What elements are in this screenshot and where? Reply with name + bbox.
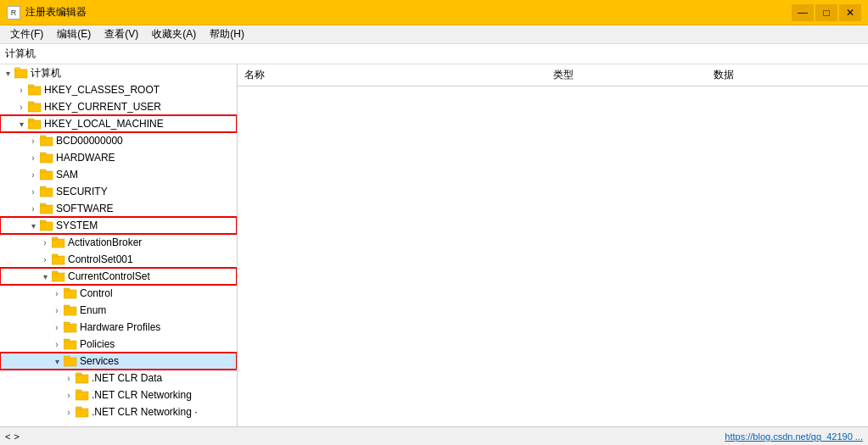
tree-node-enum[interactable]: › Enum xyxy=(0,302,237,319)
expand-net-clr-data[interactable]: › xyxy=(63,372,75,384)
expand-hklm[interactable]: ▾ xyxy=(15,118,27,130)
status-link[interactable]: https://blog.csdn.net/qq_42190 ... xyxy=(725,431,863,442)
svg-rect-2 xyxy=(15,69,26,70)
tree-node-hkcr[interactable]: › HKEY_CLASSES_ROOT xyxy=(0,81,237,98)
tree-node-hardware-profiles[interactable]: › Hardware Profiles xyxy=(0,319,237,336)
expand-computer[interactable]: ▾ xyxy=(2,67,14,79)
svg-rect-15 xyxy=(40,188,53,197)
breadcrumb: 计算机 xyxy=(0,44,868,64)
svg-rect-33 xyxy=(64,341,76,349)
maximize-button[interactable]: □ xyxy=(815,4,837,21)
tree-node-hardware[interactable]: › HARDWARE xyxy=(0,149,237,166)
folder-icon-hkcu xyxy=(28,101,42,113)
tree-label-bcd: BCD00000000 xyxy=(56,135,123,147)
svg-rect-11 xyxy=(40,154,53,163)
tree-node-bcd[interactable]: › BCD00000000 xyxy=(0,132,237,149)
expand-hkcu[interactable]: › xyxy=(15,101,27,113)
svg-rect-21 xyxy=(52,239,64,248)
tree-label-currentcontrolset: CurrentControlSet xyxy=(68,270,150,282)
expand-control[interactable]: › xyxy=(51,287,63,299)
folder-icon-hklm xyxy=(28,118,42,130)
expand-security[interactable]: › xyxy=(27,186,39,197)
tree-node-security[interactable]: › SECURITY xyxy=(0,183,237,200)
tree-node-policies[interactable]: › Policies xyxy=(0,336,237,353)
expand-software[interactable]: › xyxy=(27,203,39,214)
expand-hardware[interactable]: › xyxy=(27,152,39,164)
tree-node-services[interactable]: ▾ Services xyxy=(0,353,237,370)
tree-node-system[interactable]: ▾ SYSTEM xyxy=(0,217,237,234)
menu-file[interactable]: 文件(F) xyxy=(3,25,50,43)
expand-services[interactable]: ▾ xyxy=(51,355,63,367)
main-area: ▾ 计算机 › HKEY_CLASSES_ROOT › HKEY_CURRENT… xyxy=(0,64,868,426)
folder-icon-computer xyxy=(14,67,28,79)
tree-label-enum: Enum xyxy=(80,304,106,316)
svg-rect-8 xyxy=(28,119,34,121)
expand-controlset001[interactable]: › xyxy=(39,253,51,265)
svg-rect-24 xyxy=(52,254,58,257)
folder-icon-activationbroker xyxy=(52,236,65,248)
menu-help[interactable]: 帮助(H) xyxy=(203,25,251,43)
tree-label-activationbroker: ActivationBroker xyxy=(68,236,142,248)
tree-node-hkcu[interactable]: › HKEY_CURRENT_USER xyxy=(0,98,237,115)
svg-rect-36 xyxy=(64,356,70,359)
expand-currentcontrolset[interactable]: ▾ xyxy=(39,270,51,282)
folder-icon-sam xyxy=(40,169,53,181)
tree-label-net-clr-networking: .NET CLR Networking xyxy=(92,389,192,401)
svg-rect-3 xyxy=(28,86,41,95)
tree-node-currentcontrolset[interactable]: ▾ CurrentControlSet xyxy=(0,268,237,285)
tree-node-net-clr-networking[interactable]: › .NET CLR Networking xyxy=(0,387,237,403)
scroll-right-btn[interactable]: > xyxy=(14,431,19,442)
close-button[interactable]: ✕ xyxy=(839,4,861,21)
expand-net-clr-networking2[interactable]: › xyxy=(63,406,75,418)
tree-node-sam[interactable]: › SAM xyxy=(0,166,237,183)
expand-system[interactable]: ▾ xyxy=(27,220,39,231)
tree-node-hklm[interactable]: ▾ HKEY_LOCAL_MACHINE xyxy=(0,115,237,132)
tree-node-net-clr-networking2[interactable]: › .NET CLR Networking · xyxy=(0,403,237,420)
tree-node-activationbroker[interactable]: › ActivationBroker xyxy=(0,234,237,251)
menu-favorites[interactable]: 收藏夹(A) xyxy=(145,25,203,43)
svg-rect-30 xyxy=(64,305,70,308)
svg-rect-13 xyxy=(40,171,53,180)
svg-rect-42 xyxy=(76,407,81,409)
folder-icon-net-clr-data xyxy=(76,372,89,384)
menu-bar: 文件(F) 编辑(E) 查看(V) 收藏夹(A) 帮助(H) xyxy=(0,25,868,44)
expand-sam[interactable]: › xyxy=(27,169,39,181)
folder-icon-services xyxy=(64,355,77,367)
svg-rect-26 xyxy=(52,271,58,274)
tree-node-control[interactable]: › Control xyxy=(0,285,237,302)
tree-node-controlset001[interactable]: › ControlSet001 xyxy=(0,251,237,268)
expand-enum[interactable]: › xyxy=(51,304,63,316)
tree-panel[interactable]: ▾ 计算机 › HKEY_CLASSES_ROOT › HKEY_CURRENT… xyxy=(0,64,238,426)
tree-label-net-clr-networking2: .NET CLR Networking · xyxy=(92,406,197,418)
tree-label-net-clr-data: .NET CLR Data xyxy=(92,372,162,384)
svg-rect-23 xyxy=(52,256,64,264)
col-name: 名称 xyxy=(238,66,546,84)
menu-edit[interactable]: 编辑(E) xyxy=(50,25,98,43)
menu-view[interactable]: 查看(V) xyxy=(98,25,145,43)
tree-label-hkcu: HKEY_CURRENT_USER xyxy=(44,101,161,113)
expand-policies[interactable]: › xyxy=(51,338,63,350)
expand-hkcr[interactable]: › xyxy=(15,84,27,96)
title-bar: R 注册表编辑器 — □ ✕ xyxy=(0,0,868,25)
folder-icon-enum xyxy=(64,304,77,316)
tree-label-sam: SAM xyxy=(56,169,78,181)
svg-rect-14 xyxy=(40,170,46,172)
folder-icon-controlset001 xyxy=(52,253,65,265)
svg-rect-32 xyxy=(64,322,70,325)
expand-hardware-profiles[interactable]: › xyxy=(51,321,63,333)
tree-node-net-clr-data[interactable]: › .NET CLR Data xyxy=(0,370,237,387)
folder-icon-net-clr-networking xyxy=(76,389,89,401)
tree-label-policies: Policies xyxy=(80,338,115,350)
expand-net-clr-networking[interactable]: › xyxy=(63,389,75,401)
svg-rect-12 xyxy=(40,153,46,155)
tree-node-computer[interactable]: ▾ 计算机 xyxy=(0,64,237,81)
minimize-button[interactable]: — xyxy=(792,4,814,21)
svg-rect-18 xyxy=(40,203,46,206)
tree-node-software[interactable]: › SOFTWARE xyxy=(0,200,237,217)
expand-activationbroker[interactable]: › xyxy=(39,236,51,248)
scroll-left-btn[interactable]: < xyxy=(5,431,10,442)
svg-rect-20 xyxy=(40,220,46,223)
expand-bcd[interactable]: › xyxy=(27,135,39,147)
breadcrumb-text: 计算机 xyxy=(5,47,36,61)
tree-label-hkcr: HKEY_CLASSES_ROOT xyxy=(44,84,160,96)
